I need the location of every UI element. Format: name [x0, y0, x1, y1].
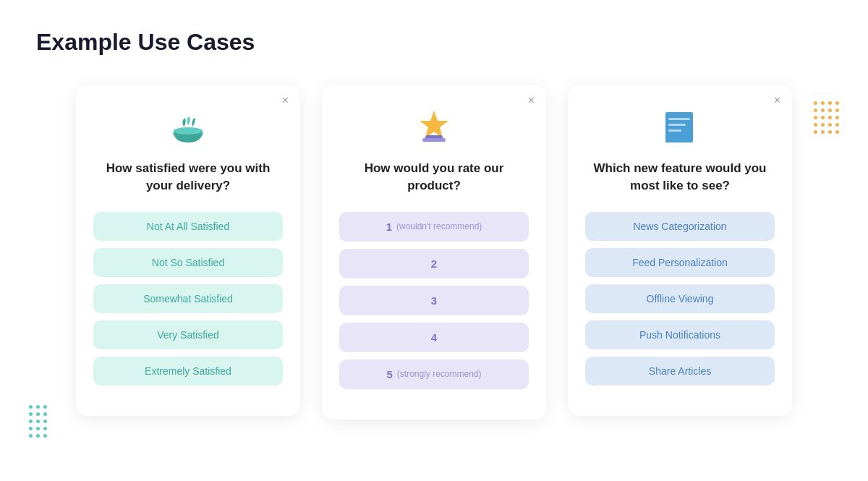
bowl-icon [93, 105, 283, 148]
card-delivery: × How satisfied were you with your deliv… [76, 85, 300, 416]
svg-rect-11 [668, 129, 681, 132]
decorative-dots-teal [29, 405, 47, 438]
star-icon [339, 105, 529, 148]
close-button-card3[interactable]: × [774, 95, 780, 106]
option-2[interactable]: 2 [339, 249, 529, 278]
svg-point-1 [174, 127, 203, 135]
chart-icon [585, 105, 775, 148]
page-title: Example Use Cases [36, 29, 832, 56]
option-offline[interactable]: Offline Viewing [585, 284, 775, 313]
option-push-notif[interactable]: Push Notifications [585, 320, 775, 349]
card1-question: How satisfied were you with your deliver… [93, 160, 283, 195]
close-button-card1[interactable]: × [282, 95, 289, 106]
card2-question: How would you rate our product? [339, 160, 529, 195]
option-feed-personal[interactable]: Feed Personalization [585, 248, 775, 277]
svg-rect-9 [668, 118, 690, 120]
option-extremely[interactable]: Extremely Satisfied [93, 357, 283, 386]
option-somewhat[interactable]: Somewhat Satisfied [93, 284, 283, 313]
close-button-card2[interactable]: × [528, 95, 535, 106]
option-news-cat[interactable]: News Categorization [585, 212, 775, 241]
cards-container: × How satisfied were you with your deliv… [36, 85, 832, 420]
option-not-at-all[interactable]: Not At All Satisfied [93, 212, 283, 241]
card3-question: Which new feature would you most like to… [585, 160, 775, 195]
decorative-dots-orange [814, 101, 839, 134]
svg-rect-8 [665, 112, 693, 142]
card-feature: × Which new feature would you most like … [568, 85, 792, 416]
option-4[interactable]: 4 [339, 323, 529, 352]
svg-marker-2 [420, 111, 448, 138]
option-1[interactable]: 1 (wouldn't recommend) [339, 212, 529, 242]
option-very[interactable]: Very Satisfied [93, 320, 283, 349]
option-5[interactable]: 5 (strongly recommend) [339, 359, 529, 389]
option-share-articles[interactable]: Share Articles [585, 357, 775, 386]
card-rating: × How would you rate our product? 1 (wou… [322, 85, 546, 420]
svg-rect-4 [422, 138, 446, 142]
option-not-so[interactable]: Not So Satisfied [93, 248, 283, 277]
option-3[interactable]: 3 [339, 286, 529, 315]
svg-rect-10 [668, 124, 686, 126]
